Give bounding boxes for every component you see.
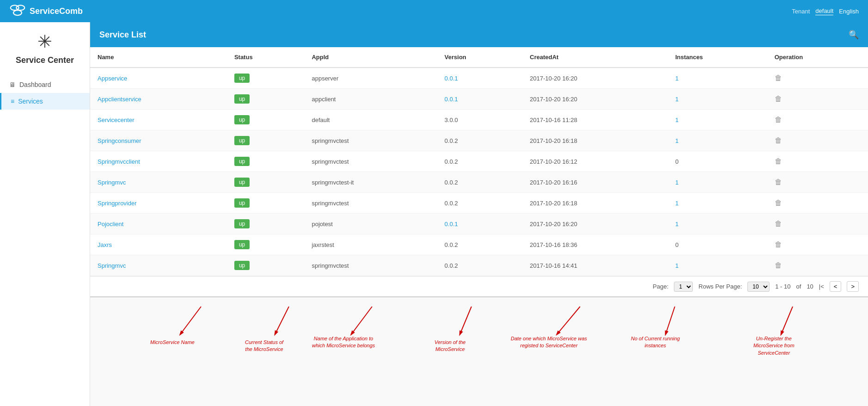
delete-button[interactable]: 🗑: [775, 116, 782, 123]
cell-operation: 🗑: [767, 193, 868, 214]
service-name-link[interactable]: Springconsumer: [98, 137, 141, 144]
delete-button[interactable]: 🗑: [775, 136, 782, 144]
col-instances: Instances: [668, 47, 767, 68]
cell-appid: pojotest: [304, 214, 437, 234]
page-select[interactable]: 1: [674, 282, 693, 292]
svg-line-6: [351, 307, 372, 334]
brand-name: ServiceComb: [30, 6, 83, 16]
tenant-value[interactable]: default: [815, 7, 833, 15]
pagination-separator: of: [796, 283, 801, 290]
version-link[interactable]: 0.0.1: [445, 75, 458, 82]
cell-status: up: [227, 110, 305, 130]
instance-link[interactable]: 1: [675, 262, 679, 269]
service-name-link[interactable]: Jaxrs: [98, 241, 112, 248]
instance-link[interactable]: 1: [675, 117, 679, 123]
cell-operation: 🗑: [767, 234, 868, 255]
layout: ✳ Service Center 🖥 Dashboard ≡ Services …: [0, 22, 868, 406]
cell-instances: 1: [668, 110, 767, 130]
delete-button[interactable]: 🗑: [775, 240, 782, 248]
rows-per-page-select[interactable]: 10 20 50: [747, 282, 770, 292]
cell-status: up: [227, 234, 305, 255]
service-table-container: Name Status AppId Version CreatedAt Inst…: [90, 47, 868, 276]
cell-instances: 1: [668, 68, 767, 89]
pagination-total: 10: [807, 283, 813, 290]
instance-link[interactable]: 1: [675, 96, 679, 103]
cell-version: 0.0.2: [437, 130, 522, 151]
cell-version: 0.0.2: [437, 234, 522, 255]
logo-icon: [9, 3, 26, 19]
svg-line-9: [666, 307, 675, 334]
annotation-text-6: Un-Register the MicroService from Servic…: [753, 335, 795, 357]
sidebar-title: Service Center: [16, 55, 74, 65]
cell-status: up: [227, 172, 305, 193]
cell-createdat: 2017-10-20 16:20: [522, 89, 668, 110]
delete-button[interactable]: 🗑: [775, 261, 782, 269]
dashboard-icon: 🖥: [9, 81, 16, 88]
delete-button[interactable]: 🗑: [775, 199, 782, 207]
table-row: Appclientservice up appclient 0.0.1 2017…: [90, 89, 868, 110]
service-name-link[interactable]: Springmvcclient: [98, 158, 140, 165]
cell-operation: 🗑: [767, 89, 868, 110]
delete-button[interactable]: 🗑: [775, 178, 782, 186]
service-name-link[interactable]: Springmvc: [98, 179, 126, 186]
cell-instances: 0: [668, 234, 767, 255]
sidebar-item-services[interactable]: ≡ Services: [0, 93, 90, 110]
cell-name: Springprovider: [90, 193, 227, 214]
sidebar-item-label-dashboard: Dashboard: [19, 81, 51, 88]
delete-button[interactable]: 🗑: [775, 95, 782, 103]
instance-link[interactable]: 1: [675, 200, 679, 207]
cell-instances: 1: [668, 193, 767, 214]
col-operation: Operation: [767, 47, 868, 68]
version-link[interactable]: 0.0.1: [445, 221, 458, 228]
status-badge: up: [234, 219, 250, 228]
pagination-range: 1 - 10: [775, 283, 790, 290]
sidebar-item-dashboard[interactable]: 🖥 Dashboard: [0, 76, 90, 93]
pagination-bar: Page: 1 Rows Per Page: 10 20 50 1 - 10 o…: [90, 276, 868, 296]
service-name-link[interactable]: Springprovider: [98, 200, 137, 207]
service-name-link[interactable]: Servicecenter: [98, 117, 134, 123]
cell-operation: 🗑: [767, 130, 868, 151]
cell-status: up: [227, 255, 305, 276]
delete-button[interactable]: 🗑: [775, 74, 782, 82]
cell-appid: jaxrstest: [304, 234, 437, 255]
brand: ServiceComb: [9, 3, 792, 19]
cell-appid: appserver: [304, 68, 437, 89]
cell-name: Springmvcclient: [90, 151, 227, 172]
cell-name: Jaxrs: [90, 234, 227, 255]
delete-button[interactable]: 🗑: [775, 220, 782, 228]
cell-status: up: [227, 130, 305, 151]
instance-link[interactable]: 1: [675, 221, 679, 228]
service-name-link[interactable]: Appclientservice: [98, 96, 141, 103]
cell-instances: 1: [668, 89, 767, 110]
cell-appid: springmvctest: [304, 130, 437, 151]
sidebar-snowflake-icon: ✳: [37, 31, 52, 52]
page-header: Service List 🔍: [90, 22, 868, 47]
cell-operation: 🗑: [767, 172, 868, 193]
instance-link[interactable]: 1: [675, 137, 679, 144]
svg-line-10: [781, 307, 793, 334]
cell-version: 0.0.2: [437, 193, 522, 214]
cell-instances: 1: [668, 172, 767, 193]
status-badge: up: [234, 115, 250, 124]
cell-appid: appclient: [304, 89, 437, 110]
language-selector[interactable]: English: [839, 8, 859, 15]
cell-createdat: 2017-10-20 16:18: [522, 193, 668, 214]
service-name-link[interactable]: Appservice: [98, 75, 127, 82]
cell-status: up: [227, 193, 305, 214]
version-link[interactable]: 0.0.1: [445, 96, 458, 103]
pagination-next-button[interactable]: >: [847, 281, 859, 292]
search-button[interactable]: 🔍: [849, 30, 859, 40]
service-name-link[interactable]: Springmvc: [98, 262, 126, 269]
cell-name: Springmvc: [90, 172, 227, 193]
cell-createdat: 2017-10-16 18:36: [522, 234, 668, 255]
delete-button[interactable]: 🗑: [775, 157, 782, 165]
annotation-text-5: No of Current running instances: [631, 335, 680, 350]
service-name-link[interactable]: Pojoclient: [98, 221, 123, 228]
pagination-prev-button[interactable]: <: [830, 281, 842, 292]
instance-link[interactable]: 1: [675, 75, 679, 82]
cell-createdat: 2017-10-16 11:28: [522, 110, 668, 130]
sidebar: ✳ Service Center 🖥 Dashboard ≡ Services: [0, 22, 90, 406]
instance-link[interactable]: 1: [675, 179, 679, 186]
cell-status: up: [227, 151, 305, 172]
cell-appid: springmvctest: [304, 193, 437, 214]
